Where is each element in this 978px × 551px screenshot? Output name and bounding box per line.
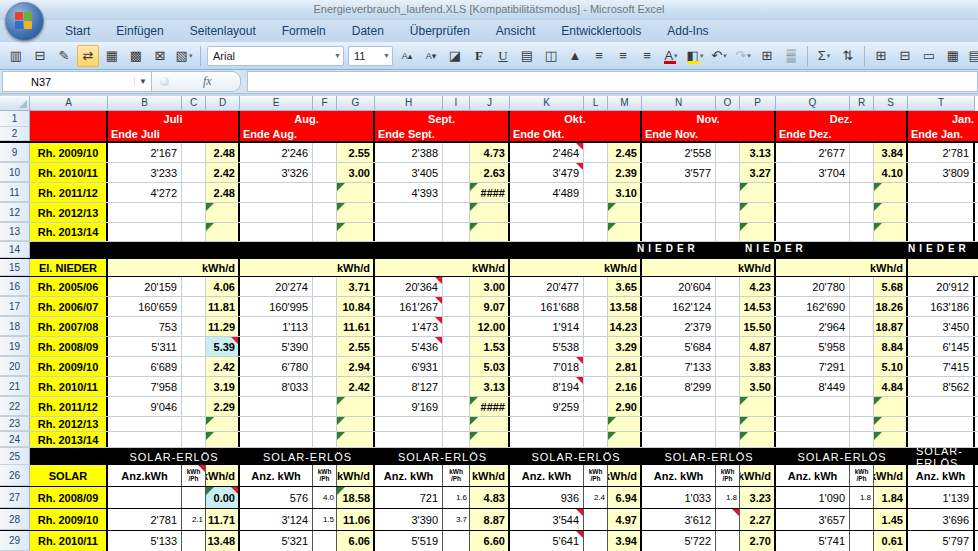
- cell-K28[interactable]: 3'544: [510, 509, 584, 530]
- cell-M28[interactable]: 4.97: [608, 509, 642, 530]
- cell-K12[interactable]: [510, 203, 584, 222]
- cell-N13[interactable]: [642, 223, 716, 241]
- cell-C18[interactable]: [182, 317, 206, 336]
- cell-Q9[interactable]: 2'677: [776, 143, 850, 162]
- cell-K27[interactable]: 936: [510, 487, 584, 508]
- cell-P24[interactable]: [740, 432, 776, 447]
- edit-report-icon[interactable]: ✎: [53, 45, 75, 67]
- cell-P12[interactable]: [740, 203, 776, 222]
- cell-B10[interactable]: 3'233: [108, 163, 182, 182]
- cell-A2[interactable]: [30, 127, 108, 141]
- cell-D17[interactable]: 11.81: [206, 297, 240, 316]
- col-header-C[interactable]: C: [182, 96, 206, 111]
- cell-K11[interactable]: 4'489: [510, 183, 584, 202]
- cell-I26[interactable]: kWh/Ph: [443, 465, 470, 486]
- solar-band-6[interactable]: SOLAR-ERLÖS: [776, 448, 908, 465]
- split-shade-icon[interactable]: ◫: [540, 45, 562, 67]
- cell-F28[interactable]: 1.5: [313, 509, 337, 530]
- cell-E23[interactable]: [240, 417, 313, 431]
- row-header-12[interactable]: 12: [0, 203, 30, 222]
- col-header-O[interactable]: O: [716, 96, 740, 111]
- cell-P10[interactable]: 3.27: [740, 163, 776, 182]
- cell-D18[interactable]: 11.29: [206, 317, 240, 336]
- cell-R12[interactable]: [850, 203, 874, 222]
- cell-R21[interactable]: [850, 377, 874, 396]
- cell-Q17[interactable]: 162'690: [776, 297, 850, 316]
- col-header-K[interactable]: K: [510, 96, 584, 111]
- cell-N28[interactable]: 3'612: [642, 509, 716, 530]
- cell-N29[interactable]: 5'722: [642, 531, 716, 551]
- cell-S17[interactable]: 18.26: [874, 297, 908, 316]
- cell-E16[interactable]: 20'274: [240, 277, 313, 296]
- cell-G29[interactable]: 6.06: [337, 531, 375, 551]
- cell-M19[interactable]: 3.29: [608, 337, 642, 356]
- cell-A27[interactable]: Rh. 2008/09: [30, 487, 108, 508]
- cell-O22[interactable]: [716, 397, 740, 416]
- cell-T10[interactable]: 3'809: [908, 163, 975, 182]
- cell-L20[interactable]: [584, 357, 608, 376]
- font-size-combo[interactable]: 11▼: [348, 46, 393, 66]
- cell-Q28[interactable]: 3'657: [776, 509, 850, 530]
- cell-R23[interactable]: [850, 417, 874, 431]
- cell-H23[interactable]: [375, 417, 443, 431]
- cell-B22[interactable]: 9'046: [108, 397, 182, 416]
- cell-E27[interactable]: 576: [240, 487, 313, 508]
- cell-G13[interactable]: [337, 223, 375, 241]
- cell-I10[interactable]: [443, 163, 470, 182]
- cell-E20[interactable]: 6'780: [240, 357, 313, 376]
- tab-einfügen[interactable]: Einfügen: [103, 21, 176, 42]
- cell-B26[interactable]: Anz.kWh: [108, 465, 182, 486]
- cell-B20[interactable]: 6'689: [108, 357, 182, 376]
- kwhd-band-3[interactable]: kWh/d: [375, 259, 510, 276]
- new-window-icon[interactable]: ▭: [918, 45, 940, 67]
- table-icon[interactable]: ▦: [101, 45, 123, 67]
- tab-überprüfen[interactable]: Überprüfen: [397, 21, 483, 42]
- cell-O23[interactable]: [716, 417, 740, 431]
- cell-S23[interactable]: [874, 417, 908, 431]
- cell-D13[interactable]: [206, 223, 240, 241]
- cell-N18[interactable]: 2'379: [642, 317, 716, 336]
- cell-T22[interactable]: [908, 397, 975, 416]
- cell-O10[interactable]: [716, 163, 740, 182]
- nieder-band[interactable]: NIEDERNIEDERNIEDER: [30, 242, 978, 258]
- cell-H26[interactable]: Anz. kWh: [375, 465, 443, 486]
- cell-I13[interactable]: [443, 223, 470, 241]
- cell-H24[interactable]: [375, 432, 443, 447]
- cell-K21[interactable]: 8'194: [510, 377, 584, 396]
- cell-M21[interactable]: 2.16: [608, 377, 642, 396]
- cell-M17[interactable]: 13.58: [608, 297, 642, 316]
- cell-I9[interactable]: [443, 143, 470, 162]
- cell-C23[interactable]: [182, 417, 206, 431]
- cell-F19[interactable]: [313, 337, 337, 356]
- cell-H9[interactable]: 2'388: [375, 143, 443, 162]
- cell-D21[interactable]: 3.19: [206, 377, 240, 396]
- cell-F11[interactable]: [313, 183, 337, 202]
- col-header-J[interactable]: J: [470, 96, 510, 111]
- cell-A19[interactable]: Rh. 2008/09: [30, 337, 108, 356]
- cell-N12[interactable]: [642, 203, 716, 222]
- tab-ansicht[interactable]: Ansicht: [483, 21, 548, 42]
- cell-E29[interactable]: 5'321: [240, 531, 313, 551]
- cell-L23[interactable]: [584, 417, 608, 431]
- cell-H21[interactable]: 8'127: [375, 377, 443, 396]
- cell-F18[interactable]: [313, 317, 337, 336]
- cell-I11[interactable]: [443, 183, 470, 202]
- cell-P22[interactable]: [740, 397, 776, 416]
- cell-F26[interactable]: kWh/Ph: [313, 465, 337, 486]
- cell-S10[interactable]: 4.10: [874, 163, 908, 182]
- cell-N23[interactable]: [642, 417, 716, 431]
- cell-G9[interactable]: 2.55: [337, 143, 375, 162]
- cell-D12[interactable]: [206, 203, 240, 222]
- up-arrow-icon[interactable]: ▲: [564, 45, 586, 67]
- cell-C20[interactable]: [182, 357, 206, 376]
- cell-E18[interactable]: 1'113: [240, 317, 313, 336]
- cell-P13[interactable]: [740, 223, 776, 241]
- bold-icon[interactable]: F: [468, 45, 490, 67]
- cell-N24[interactable]: [642, 432, 716, 447]
- cell-Q12[interactable]: [776, 203, 850, 222]
- underline-icon[interactable]: U: [492, 45, 514, 67]
- office-button[interactable]: [5, 2, 44, 41]
- cell-H11[interactable]: 4'393: [375, 183, 443, 202]
- col-header-P[interactable]: P: [740, 96, 776, 111]
- font-color-icon[interactable]: A: [660, 45, 682, 67]
